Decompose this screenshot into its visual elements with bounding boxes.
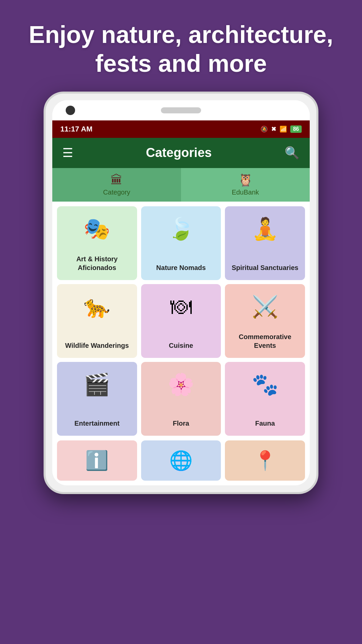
category-card-flora[interactable]: 🌸 Flora bbox=[141, 362, 221, 436]
battery-display: 86 bbox=[290, 125, 302, 133]
partial-row: ℹ️ 🌐 📍 bbox=[52, 440, 310, 485]
category-card-spiritual[interactable]: 🧘 Spiritual Sanctuaries bbox=[225, 206, 305, 280]
info-icon: ℹ️ bbox=[85, 449, 109, 472]
partial-card-info[interactable]: ℹ️ bbox=[57, 440, 137, 481]
nature-nomads-label: Nature Nomads bbox=[156, 263, 206, 272]
flora-icon: 🌸 bbox=[168, 372, 194, 397]
camera-icon bbox=[66, 106, 75, 115]
tab-bar: 🏛 Category 🦉 EduBank bbox=[52, 168, 310, 202]
phone-wrapper: 11:17 AM 🔕 ✖ 📶 86 ☰ Categories 🔍 🏛 Categ… bbox=[44, 92, 318, 494]
categories-grid: 🎭 Art & History Aficionados 🍃 Nature Nom… bbox=[52, 202, 310, 440]
flora-label: Flora bbox=[173, 419, 189, 428]
status-bar: 11:17 AM 🔕 ✖ 📶 86 bbox=[52, 120, 310, 138]
category-card-nature-nomads[interactable]: 🍃 Nature Nomads bbox=[141, 206, 221, 280]
edubank-tab-label: EduBank bbox=[232, 189, 259, 196]
commemorative-label: Commemorative Events bbox=[230, 332, 300, 350]
spiritual-icon: 🧘 bbox=[252, 216, 279, 241]
wifi-icon: 📶 bbox=[280, 125, 287, 133]
category-card-art-history[interactable]: 🎭 Art & History Aficionados bbox=[57, 206, 137, 280]
cuisine-icon: 🍽 bbox=[170, 294, 192, 319]
edubank-tab-icon: 🦉 bbox=[238, 173, 253, 187]
sim-icon: ✖ bbox=[271, 125, 276, 133]
art-history-icon: 🎭 bbox=[83, 216, 110, 241]
time-display: 11:17 AM bbox=[60, 125, 93, 133]
category-card-entertainment[interactable]: 🎬 Entertainment bbox=[57, 362, 137, 436]
phone-notch bbox=[52, 100, 310, 120]
tab-edubank[interactable]: 🦉 EduBank bbox=[181, 168, 310, 202]
menu-button[interactable]: ☰ bbox=[62, 146, 73, 160]
speaker bbox=[161, 107, 201, 113]
translate-icon: 🌐 bbox=[169, 449, 193, 472]
wildlife-label: Wildlife Wanderings bbox=[65, 341, 129, 350]
entertainment-label: Entertainment bbox=[74, 419, 119, 428]
entertainment-icon: 🎬 bbox=[83, 372, 110, 397]
category-card-cuisine[interactable]: 🍽 Cuisine bbox=[141, 284, 221, 358]
app-bar: ☰ Categories 🔍 bbox=[52, 138, 310, 168]
fauna-icon: 🐾 bbox=[252, 372, 279, 397]
page-headline: Enjoy nature, architecture, fests and mo… bbox=[27, 20, 335, 78]
status-icons: 🔕 ✖ 📶 86 bbox=[260, 125, 302, 133]
tab-category[interactable]: 🏛 Category bbox=[52, 168, 181, 202]
commemorative-icon: ⚔️ bbox=[252, 294, 279, 319]
cuisine-label: Cuisine bbox=[169, 341, 193, 350]
search-button[interactable]: 🔍 bbox=[285, 146, 300, 160]
partial-card-map[interactable]: 📍 bbox=[225, 440, 305, 481]
wildlife-icon: 🐆 bbox=[83, 294, 110, 319]
art-history-label: Art & History Aficionados bbox=[62, 255, 132, 272]
nature-nomads-icon: 🍃 bbox=[168, 216, 194, 241]
app-title: Categories bbox=[146, 146, 212, 160]
category-card-wildlife[interactable]: 🐆 Wildlife Wanderings bbox=[57, 284, 137, 358]
category-tab-label: Category bbox=[103, 189, 130, 196]
phone-inner: 11:17 AM 🔕 ✖ 📶 86 ☰ Categories 🔍 🏛 Categ… bbox=[52, 100, 310, 485]
fauna-label: Fauna bbox=[255, 419, 275, 428]
partial-card-translate[interactable]: 🌐 bbox=[141, 440, 221, 481]
spiritual-label: Spiritual Sanctuaries bbox=[232, 263, 298, 272]
bell-icon: 🔕 bbox=[260, 125, 268, 133]
category-card-fauna[interactable]: 🐾 Fauna bbox=[225, 362, 305, 436]
category-tab-icon: 🏛 bbox=[111, 173, 123, 187]
map-icon: 📍 bbox=[253, 449, 277, 472]
category-card-commemorative[interactable]: ⚔️ Commemorative Events bbox=[225, 284, 305, 358]
page-header: Enjoy nature, architecture, fests and mo… bbox=[0, 0, 362, 92]
